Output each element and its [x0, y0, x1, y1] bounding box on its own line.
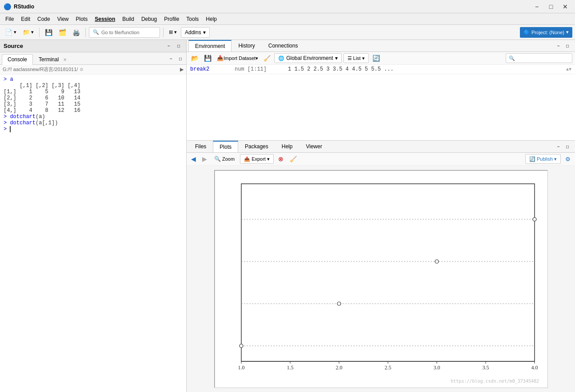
- console-run-icon[interactable]: ▶: [180, 67, 184, 72]
- tab-history[interactable]: History: [232, 40, 261, 51]
- tab-terminal-close[interactable]: ✕: [63, 57, 67, 62]
- grid-view-button[interactable]: ⊞ ▾: [167, 27, 179, 38]
- data-point-3: [435, 260, 439, 263]
- console-content[interactable]: > a [,1] [,2] [,3] [,4] [1,] 1 5 9 13 [2…: [0, 75, 186, 392]
- print-button[interactable]: 🖨️: [70, 27, 82, 38]
- back-arrow-icon: ◀: [191, 155, 196, 162]
- menu-help[interactable]: Help: [202, 15, 220, 24]
- save-all-button[interactable]: 🗂️: [56, 27, 68, 38]
- tab-console-label: Console: [8, 56, 27, 63]
- open-file-button[interactable]: 📁 ▾: [20, 27, 36, 38]
- menu-plots[interactable]: Plots: [72, 15, 92, 24]
- source-maximize-btn[interactable]: □: [175, 42, 183, 50]
- tab-files[interactable]: Files: [188, 141, 213, 152]
- menu-view[interactable]: View: [54, 15, 72, 24]
- env-save-btn[interactable]: 💾: [202, 53, 213, 63]
- minimize-button[interactable]: −: [531, 1, 543, 12]
- env-refresh-btn[interactable]: 🔄: [371, 53, 382, 63]
- import-arrow: ▾: [256, 55, 258, 61]
- env-var-name: break2: [190, 66, 235, 72]
- publish-arrow: ▾: [554, 156, 557, 162]
- plot-back-btn[interactable]: ◀: [189, 154, 198, 164]
- console-maximize-btn[interactable]: □: [176, 55, 184, 63]
- tab-packages[interactable]: Packages: [238, 141, 275, 152]
- separator-2: [85, 28, 86, 37]
- plot-forward-btn[interactable]: ▶: [200, 154, 209, 164]
- save-button[interactable]: 💾: [43, 27, 55, 38]
- delete-plot-btn[interactable]: ⊗: [276, 154, 285, 164]
- plot-settings-btn[interactable]: ⚙: [563, 154, 572, 164]
- right-top-panel: Environment History Connections − □ 📂: [187, 40, 575, 141]
- path-icon: ⚙: [80, 67, 84, 72]
- separator-1: [39, 28, 40, 37]
- plot-maximize-btn[interactable]: □: [563, 143, 571, 150]
- tab-plots-label: Plots: [220, 144, 232, 150]
- menu-build[interactable]: Build: [119, 15, 138, 24]
- list-arrow: ▾: [362, 55, 365, 61]
- list-view-btn[interactable]: ☰ List ▾: [343, 53, 369, 63]
- path-text: G:/!! aaclassnew/R语言/20181011/: [3, 66, 78, 73]
- svg-text:1.5: 1.5: [287, 364, 294, 371]
- tab-terminal[interactable]: Terminal ✕: [33, 54, 72, 64]
- zoom-icon: 🔍: [214, 156, 221, 162]
- right-panel: Environment History Connections − □ 📂: [187, 40, 575, 392]
- console-minimize-btn[interactable]: −: [167, 55, 175, 63]
- global-env-arrow: ▾: [335, 55, 338, 61]
- svg-text:https://blog.csdn.net/m0_37345: https://blog.csdn.net/m0_37345402: [451, 379, 539, 384]
- menu-file[interactable]: File: [2, 15, 17, 24]
- export-label: Export: [252, 156, 266, 162]
- zoom-label: Zoom: [222, 156, 235, 162]
- menu-profile[interactable]: Profile: [160, 15, 183, 24]
- new-file-button[interactable]: 📄 ▾: [3, 27, 19, 38]
- env-clear-btn[interactable]: 🧹: [262, 53, 272, 63]
- save-all-icon: 🗂️: [59, 29, 66, 36]
- export-btn[interactable]: 📤 Export ▾: [240, 154, 274, 164]
- tab-connections[interactable]: Connections: [262, 40, 305, 51]
- tab-help[interactable]: Help: [275, 141, 299, 152]
- tab-plots[interactable]: Plots: [213, 141, 238, 152]
- project-button[interactable]: 🔷 Project: (None) ▾: [520, 27, 572, 38]
- menu-debug[interactable]: Debug: [138, 15, 160, 24]
- project-arrow: ▾: [566, 29, 569, 35]
- env-toolbar: 📂 💾 📥 Import Dataset ▾ 🧹 🌐 Global Enviro…: [187, 52, 575, 65]
- maximize-button[interactable]: □: [545, 1, 557, 12]
- plot-tabs-bar: Files Plots Packages Help Viewer − □: [187, 141, 575, 153]
- menu-tools[interactable]: Tools: [183, 15, 202, 24]
- tab-console[interactable]: Console: [2, 54, 33, 65]
- data-point-4: [533, 218, 536, 221]
- menu-session[interactable]: Session: [91, 15, 119, 24]
- plot-minimize-btn[interactable]: −: [555, 143, 563, 150]
- clean-plot-btn[interactable]: 🧹: [288, 154, 299, 164]
- open-file-arrow: ▾: [31, 29, 34, 35]
- main-layout: Source − □ Console Terminal ✕ − □ G:/!! …: [0, 40, 575, 392]
- close-button[interactable]: ✕: [559, 1, 571, 12]
- console-line-2: [,1] [,2] [,3] [,4]: [4, 83, 183, 89]
- zoom-btn[interactable]: 🔍 Zoom: [212, 154, 237, 164]
- new-file-arrow: ▾: [14, 29, 16, 35]
- menu-edit[interactable]: Edit: [17, 15, 34, 24]
- window-controls: − □ ✕: [531, 1, 571, 12]
- svg-text:1.0: 1.0: [238, 364, 245, 371]
- go-to-file-button[interactable]: 🔍 Go to file/function: [89, 27, 160, 38]
- env-search-input[interactable]: [506, 53, 572, 63]
- source-minimize-btn[interactable]: −: [165, 42, 173, 50]
- import-dataset-btn[interactable]: 📥 Import Dataset ▾: [215, 53, 260, 63]
- refresh-icon: 🔄: [372, 55, 380, 62]
- plot-toolbar: ◀ ▶ 🔍 Zoom 📤 Export ▾ ⊗ 🧹: [187, 153, 575, 166]
- env-minimize-btn[interactable]: −: [555, 42, 563, 50]
- global-env-dropdown[interactable]: 🌐 Global Environment ▾: [274, 53, 341, 63]
- tab-environment[interactable]: Environment: [188, 40, 232, 51]
- export-arrow: ▾: [267, 156, 270, 162]
- import-icon: 📥: [217, 55, 224, 61]
- addins-button[interactable]: Addins ▾: [181, 27, 210, 38]
- env-load-btn[interactable]: 📂: [189, 53, 200, 63]
- tab-help-label: Help: [282, 143, 293, 150]
- save-icon: 💾: [45, 29, 52, 36]
- console-line-5: [3,] 3 7 11 15: [4, 101, 183, 107]
- tab-viewer[interactable]: Viewer: [299, 141, 328, 152]
- tab-viewer-label: Viewer: [306, 143, 322, 150]
- right-bottom-panel: Files Plots Packages Help Viewer − □: [187, 141, 575, 392]
- menu-code[interactable]: Code: [34, 15, 54, 24]
- publish-btn[interactable]: 🔄 Publish ▾: [525, 154, 561, 164]
- env-maximize-btn[interactable]: □: [563, 42, 571, 50]
